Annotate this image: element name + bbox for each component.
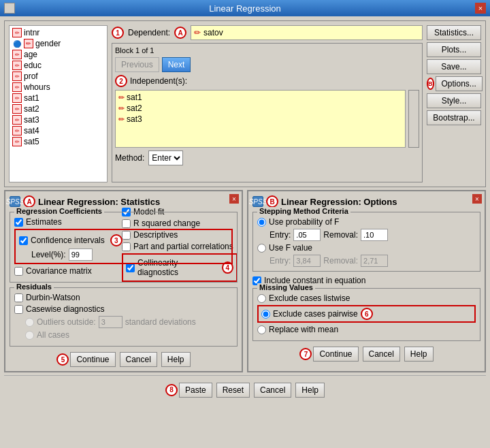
outliers-radio <box>25 318 34 327</box>
options-continue-button[interactable]: Continue <box>313 347 358 362</box>
use-prob-label: Use probability of F <box>269 217 339 227</box>
confidence-row: Confidence intervals 3 <box>19 234 228 246</box>
indep-scrollbar[interactable] <box>408 90 419 148</box>
exclude-pairwise-highlight: Exclude cases pairwise 6 <box>257 305 476 323</box>
options-close-button[interactable]: × <box>472 194 482 204</box>
var-label-intnr: intnr <box>24 28 39 37</box>
style-button[interactable]: Style... <box>427 93 481 108</box>
save-button[interactable]: Save... <box>427 59 481 74</box>
window-close-button[interactable]: × <box>475 3 486 14</box>
var-item-age[interactable]: ✏ age <box>11 49 105 60</box>
reg-coeff-group: Regression Coefficients Estimates Confid… <box>10 212 238 283</box>
circle-6: 6 <box>361 308 373 320</box>
options-row: B Options... <box>427 76 481 91</box>
casewise-label: Casewise diagnostics <box>26 304 104 314</box>
independent-list[interactable]: ✏ sat1 ✏ sat2 ✏ sat3 <box>115 90 406 148</box>
var-item-educ[interactable]: ✏ educ <box>11 60 105 71</box>
stats-continue-button[interactable]: Continue <box>70 352 115 367</box>
removal-input[interactable] <box>361 229 388 241</box>
dependent-input[interactable]: ✏ satov <box>191 25 423 40</box>
exclude-pairwise-radio[interactable] <box>261 310 270 319</box>
indep-icon-sat3: ✏ <box>118 115 125 124</box>
exclude-listwise-radio[interactable] <box>257 294 266 303</box>
indep-item-sat2[interactable]: ✏ sat2 <box>117 103 404 114</box>
outliers-label: Outliers outside: <box>37 317 96 327</box>
help-button[interactable]: Help <box>295 383 325 398</box>
scale-icon-educ: ✏ <box>12 61 22 70</box>
var-item-whours[interactable]: ✏ whours <box>11 82 105 93</box>
block-nav: Previous Next <box>115 57 419 72</box>
casewise-checkbox[interactable] <box>14 305 23 314</box>
dep-var-icon: ✏ <box>194 28 201 37</box>
use-f-radio[interactable] <box>257 244 266 253</box>
confidence-checkbox[interactable] <box>19 236 28 245</box>
stats-help-button[interactable]: Help <box>161 352 191 367</box>
cancel-button[interactable]: Cancel <box>254 383 291 398</box>
var-item-sat3[interactable]: ✏ sat3 <box>11 114 105 125</box>
var-item-sat2[interactable]: ✏ sat2 <box>11 103 105 114</box>
missing-group: Missing Values Exclude cases listwise Ex… <box>252 288 480 341</box>
paste-row: 8 Paste <box>165 383 212 398</box>
covariance-checkbox[interactable] <box>14 267 23 276</box>
exclude-listwise-row: Exclude cases listwise <box>257 293 476 303</box>
options-cancel-button[interactable]: Cancel <box>363 347 400 362</box>
bootstrap-button[interactable]: Bootstrap... <box>427 110 481 125</box>
var-label-sat1: sat1 <box>24 93 39 103</box>
stats-panel-icon: SPSS <box>10 196 20 207</box>
indep-item-sat1[interactable]: ✏ sat1 <box>117 92 404 103</box>
circle-B-top: B <box>427 78 434 90</box>
scale-icon-sat2: ✏ <box>12 104 22 114</box>
exclude-listwise-label: Exclude cases listwise <box>269 293 350 303</box>
scale-icon-age: ✏ <box>12 50 22 59</box>
entry-label: Entry: <box>270 230 291 240</box>
indep-label-sat3: sat3 <box>127 114 142 124</box>
estimates-row: Estimates <box>14 217 233 227</box>
var-label-prof: prof <box>24 71 38 81</box>
level-input[interactable] <box>69 249 93 261</box>
next-button[interactable]: Next <box>162 57 191 72</box>
circle-A-top: A <box>174 27 186 39</box>
plots-button[interactable]: Plots... <box>427 42 481 57</box>
var-item-sat4[interactable]: ✏ sat4 <box>11 125 105 136</box>
f-removal-label: Removal: <box>323 256 358 266</box>
indep-item-sat3[interactable]: ✏ sat3 <box>117 114 404 125</box>
exclude-pairwise-label: Exclude cases pairwise <box>273 309 358 319</box>
scale-icon-sat5: ✏ <box>12 137 22 146</box>
use-prob-row: Use probability of F <box>257 217 476 227</box>
use-prob-radio[interactable] <box>257 218 266 227</box>
variable-list[interactable]: ✏ intnr 🔵 ✏ gender ✏ age ✏ educ ✏ prof ✏ <box>9 25 108 182</box>
window-title: Linear Regression <box>15 3 475 14</box>
independent-label-row: 2 Independent(s): <box>115 75 419 87</box>
nominal-icon-gender: 🔵 <box>12 39 22 48</box>
var-item-intnr[interactable]: ✏ intnr <box>11 27 105 38</box>
stats-cancel-button[interactable]: Cancel <box>120 352 157 367</box>
method-select[interactable]: Enter <box>148 150 183 165</box>
var-item-gender[interactable]: 🔵 ✏ gender <box>11 38 105 49</box>
var-item-sat1[interactable]: ✏ sat1 <box>11 93 105 103</box>
durbin-checkbox[interactable] <box>14 293 23 302</box>
var-item-sat5[interactable]: ✏ sat5 <box>11 136 105 147</box>
previous-button[interactable]: Previous <box>115 57 159 72</box>
right-buttons: Statistics... Plots... Save... B Options… <box>427 25 481 182</box>
var-item-prof[interactable]: ✏ prof <box>11 71 105 82</box>
indep-label-sat1: sat1 <box>127 93 142 102</box>
options-panel: × SPSS B Linear Regression: Options Step… <box>247 190 486 372</box>
reset-button[interactable]: Reset <box>216 383 250 398</box>
options-help-button[interactable]: Help <box>404 347 434 362</box>
replace-mean-radio[interactable] <box>257 325 266 334</box>
options-button[interactable]: Options... <box>436 76 483 91</box>
prob-entry-row: Entry: Removal: <box>270 229 476 241</box>
var-label-gender: gender <box>35 39 61 48</box>
f-entry-row: Entry: Removal: <box>270 255 476 267</box>
circle-3: 3 <box>110 234 122 246</box>
options-continue-row: 7 Continue <box>299 347 358 362</box>
options-title-bar: SPSS B Linear Regression: Options <box>252 195 480 208</box>
covariance-row: Covariance matrix <box>14 266 233 276</box>
f-entry-label: Entry: <box>270 256 291 266</box>
paste-button[interactable]: Paste <box>179 383 212 398</box>
estimates-checkbox[interactable] <box>14 218 23 227</box>
entry-input[interactable] <box>293 229 321 241</box>
scale-icon-whours: ✏ <box>12 82 22 92</box>
statistics-button[interactable]: Statistics... <box>427 25 481 40</box>
stats-close-button[interactable]: × <box>229 194 239 204</box>
